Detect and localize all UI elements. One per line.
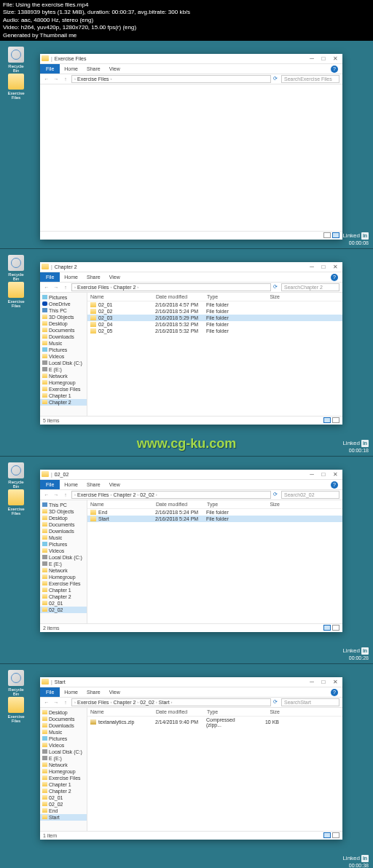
nav-item[interactable]: Network [40, 373, 87, 379]
nav-item[interactable]: Homegroup [40, 379, 87, 386]
file-row[interactable]: Start2/16/2018 5:24 PMFile folder [87, 516, 342, 522]
nav-item[interactable]: Network [40, 567, 87, 574]
file-row[interactable]: 02_032/16/2018 5:29 PMFile folder [87, 315, 342, 321]
crumb[interactable]: Exercise Files [77, 285, 109, 290]
home-tab[interactable]: Home [60, 690, 82, 695]
refresh-button[interactable]: ⟳ [273, 284, 278, 290]
share-tab[interactable]: Share [82, 66, 105, 71]
close-button[interactable]: ✕ [329, 53, 341, 63]
nav-item[interactable]: Documents [40, 327, 87, 334]
titlebar[interactable]: |02_02 ─□✕ [40, 470, 342, 480]
nav-item[interactable]: Videos [40, 353, 87, 360]
back-button[interactable]: ← [43, 283, 50, 291]
nav-item[interactable]: Chapter 2 [40, 399, 87, 406]
nav-item[interactable]: E (E:) [40, 366, 87, 373]
file-row[interactable]: textanalytics.zip2/14/2018 9:40 PMCompre… [87, 717, 342, 728]
maximize-button[interactable]: □ [318, 261, 329, 272]
col-size[interactable]: Size [251, 294, 280, 299]
details-view-button[interactable] [323, 625, 331, 631]
maximize-button[interactable]: □ [318, 53, 329, 63]
breadcrumb[interactable]: › Exercise Files › Chapter 2 › [71, 283, 271, 291]
up-button[interactable]: ↑ [62, 283, 69, 291]
nav-item[interactable]: Documents [40, 521, 87, 528]
exercise-files-desktop-icon[interactable]: Exercise Files [6, 282, 26, 308]
maximize-button[interactable]: □ [318, 676, 329, 687]
breadcrumb[interactable]: › Exercise Files › [71, 75, 271, 83]
nav-item[interactable]: OneDrive [40, 301, 87, 307]
nav-item[interactable]: Pictures [40, 541, 87, 548]
nav-item[interactable]: Pictures [40, 294, 87, 301]
nav-item[interactable]: Desktop [40, 320, 87, 327]
help-button[interactable]: ? [331, 274, 338, 281]
nav-item[interactable]: 02_01 [40, 600, 87, 607]
navigation-pane[interactable]: This PC3D ObjectsDesktopDocumentsDownloa… [40, 500, 87, 623]
forward-button[interactable]: → [52, 283, 60, 291]
home-tab[interactable]: Home [60, 66, 82, 71]
search-input[interactable]: Search Exercise Files [281, 75, 339, 83]
home-tab[interactable]: Home [60, 482, 82, 487]
forward-button[interactable]: → [52, 75, 60, 82]
maximize-button[interactable]: □ [318, 469, 329, 479]
recycle-bin-icon[interactable]: Recycle Bin [6, 47, 26, 73]
titlebar[interactable]: |Start ─□✕ [40, 677, 342, 687]
nav-item[interactable]: Pictures [40, 735, 87, 742]
nav-item[interactable]: Exercise Files [40, 580, 87, 587]
file-row[interactable]: 02_052/16/2018 5:32 PMFile folder [87, 328, 342, 334]
back-button[interactable]: ← [43, 698, 50, 706]
nav-item[interactable]: Music [40, 534, 87, 541]
large-icons-view-button[interactable] [332, 232, 339, 238]
forward-button[interactable]: → [52, 698, 60, 706]
file-list[interactable]: Name Date modified Type Size 02_012/16/2… [87, 293, 342, 416]
file-row[interactable]: 02_022/16/2018 5:24 PMFile folder [87, 308, 342, 315]
up-button[interactable]: ↑ [62, 491, 69, 498]
close-button[interactable]: ✕ [329, 469, 341, 479]
minimize-button[interactable]: ─ [306, 469, 318, 479]
nav-item[interactable]: Desktop [40, 515, 87, 521]
nav-item[interactable]: End [40, 808, 87, 814]
nav-item[interactable]: Videos [40, 548, 87, 554]
nav-item[interactable]: Documents [40, 716, 87, 722]
nav-item[interactable]: Local Disk (C:) [40, 360, 87, 366]
minimize-button[interactable]: ─ [306, 676, 318, 687]
column-headers[interactable]: Name Date modified Type Size [87, 708, 342, 717]
navigation-pane[interactable]: PicturesOneDriveThis PC3D ObjectsDesktop… [40, 293, 87, 416]
help-button[interactable]: ? [331, 481, 338, 489]
recycle-bin-icon[interactable]: Recycle Bin [6, 255, 26, 281]
file-list[interactable] [40, 84, 342, 231]
column-headers[interactable]: Name Date modified Type Size [87, 293, 342, 301]
nav-item[interactable]: Local Disk (C:) [40, 554, 87, 561]
nav-item[interactable]: Chapter 1 [40, 392, 87, 399]
view-tab[interactable]: View [105, 482, 125, 487]
nav-item[interactable]: Pictures [40, 347, 87, 353]
close-button[interactable]: ✕ [329, 261, 341, 272]
titlebar[interactable]: | Exercise Files ─ □ ✕ [40, 54, 342, 64]
share-tab[interactable]: Share [82, 275, 105, 280]
nav-item[interactable]: This PC [40, 307, 87, 314]
view-tab[interactable]: View [105, 690, 125, 695]
crumb[interactable]: Chapter 2 [114, 285, 136, 290]
file-list[interactable]: Name Date modified Type Size textanalyti… [87, 708, 342, 831]
col-name[interactable]: Name [90, 294, 156, 299]
large-icons-view-button[interactable] [332, 625, 339, 631]
column-headers[interactable]: Name Date modified Type Size [87, 500, 342, 509]
file-row[interactable]: 02_012/16/2018 4:57 PMFile folder [87, 301, 342, 308]
nav-item[interactable]: Desktop [40, 709, 87, 716]
nav-item[interactable]: 02_02 [40, 801, 87, 808]
nav-item[interactable]: Local Disk (C:) [40, 749, 87, 755]
refresh-button[interactable]: ⟳ [273, 699, 278, 705]
nav-item[interactable]: Chapter 2 [40, 788, 87, 794]
col-type[interactable]: Type [207, 294, 251, 299]
nav-item[interactable]: Music [40, 729, 87, 735]
file-tab[interactable]: File [40, 64, 60, 74]
crumb[interactable]: Exercise Files [77, 76, 109, 82]
file-tab[interactable]: File [40, 687, 60, 697]
large-icons-view-button[interactable] [332, 832, 339, 838]
nav-item[interactable]: 02_01 [40, 794, 87, 801]
up-button[interactable]: ↑ [62, 75, 69, 82]
nav-item[interactable]: E (E:) [40, 755, 87, 762]
minimize-button[interactable]: ─ [306, 261, 318, 272]
file-row[interactable]: 02_042/16/2018 5:32 PMFile folder [87, 321, 342, 328]
view-tab[interactable]: View [105, 275, 125, 280]
recycle-bin-icon[interactable]: Recycle Bin [6, 670, 26, 696]
nav-item[interactable]: 02_02 [40, 607, 87, 613]
